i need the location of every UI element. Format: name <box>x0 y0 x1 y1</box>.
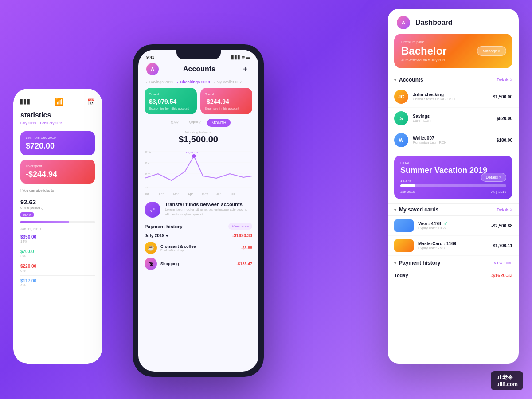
left-card: Left from Dec 2019 $720.00 <box>20 131 95 155</box>
account-sub-1: United States Dollar - USD <box>413 97 455 101</box>
overspent-card: Overspent -$244.94 <box>20 160 95 184</box>
transaction-item-2: 🛍 Shopping -$185.47 <box>145 258 252 270</box>
svg-point-4 <box>192 154 196 158</box>
accounts-section-title: Accounts <box>399 77 423 83</box>
account-sub-2: Euro - EUR <box>413 119 431 123</box>
overspent-label: Overspent <box>26 164 90 168</box>
goal-details-button[interactable]: Details > <box>481 173 506 182</box>
goal-end: Aug 2019 <box>491 190 506 194</box>
left-phone: ▋▋▋ 📶 📅 statistics uary 2019 February 20… <box>13 89 102 364</box>
saved-card-item-1: Visa - 4478 ✓ Expiry date: 10/22 -$2,500… <box>388 216 519 236</box>
svg-text:$2.5k: $2.5k <box>145 151 152 153</box>
svg-text:Jun: Jun <box>216 192 221 196</box>
dashboard-header: A Dashboard <box>388 9 519 34</box>
spent-label: Spent <box>205 92 248 96</box>
account-amount-3: $180.00 <box>497 138 512 143</box>
goal-progress-fill <box>400 184 415 187</box>
tab-wallet[interactable]: • My Wallet 007 <box>214 80 242 84</box>
goal-progress-bar <box>400 184 506 187</box>
prev-month: uary 2019 <box>20 121 36 125</box>
mastercard-visual <box>394 239 414 252</box>
page-title: Accounts <box>183 65 215 73</box>
right-phone: A Dashboard Premium plan: Bachelor Auto-… <box>388 9 519 364</box>
tab-week[interactable]: WEEK <box>185 119 206 127</box>
today-label: Today <box>394 273 408 278</box>
month-row: July 2019 ▾ -$1620.33 <box>145 233 252 238</box>
svg-text:May: May <box>202 192 208 196</box>
premium-label: Premium plan: <box>401 40 505 44</box>
network-icons: ▋▋▋ ≋ ▬ <box>231 55 250 59</box>
txn-amount-2: -$185.47 <box>236 262 252 266</box>
promo-text: ! You can give jobs to <box>20 188 95 193</box>
payment-history-title: Payment history <box>145 224 183 229</box>
accounts-chevron: ▾ <box>394 78 396 82</box>
tab-day[interactable]: DAY <box>166 119 183 127</box>
transaction-item-1: ☕ Croissant & coffee Paul coffee shop -$… <box>145 242 252 254</box>
stats-title: statistics <box>20 111 95 119</box>
stat-row-3: $220.00 6% <box>20 264 95 273</box>
tab-month[interactable]: MONTH <box>207 119 231 127</box>
balance-value: $1,500.00 <box>145 134 252 145</box>
account-item-3: W Wallet 007 Romanian Leu - RCN $180.00 <box>388 129 519 151</box>
spent-value: -$244.94 <box>205 98 248 105</box>
stat-row-2: $70.00 3% <box>20 249 95 258</box>
signal-icon: ▋▋▋ <box>20 99 31 104</box>
view-more-button[interactable]: View more <box>228 223 252 230</box>
accounts-details-button[interactable]: Details > <box>497 78 512 82</box>
txn-icon-food: ☕ <box>145 242 157 254</box>
account-name-1: John checking <box>413 92 455 97</box>
saved-cards-section-header: ▾ My saved cards Details > <box>388 203 519 216</box>
svg-text:Jul: Jul <box>231 192 235 196</box>
payment-hist-header: ▾ Payment history View more <box>388 256 519 270</box>
payment-history-section: Payment history View more July 2019 ▾ -$… <box>138 223 258 270</box>
svg-text:Feb: Feb <box>159 192 164 196</box>
balance-label: Working balance <box>145 130 252 134</box>
add-account-button[interactable]: + <box>240 64 250 74</box>
progress-bar <box>20 221 95 223</box>
visa-card-amount: -$2,500.88 <box>491 223 512 228</box>
account-item-2: S Savings Euro - EUR $820.00 <box>388 108 519 129</box>
dashboard-title: Dashboard <box>415 19 453 27</box>
payment-hist-viewmore-button[interactable]: View more <box>494 261 512 265</box>
stats-months: uary 2019 February 2019 <box>20 121 95 125</box>
user-avatar: A <box>146 63 159 75</box>
left-card-label: Left from Dec 2019 <box>26 136 90 140</box>
calendar-icon: 📅 <box>87 98 95 106</box>
payment-history-header: Payment history View more <box>145 223 252 230</box>
txn-name-2: Shopping <box>160 262 179 266</box>
manage-button[interactable]: Manage > <box>477 46 506 56</box>
center-phone: 9:41 ▋▋▋ ≋ ▬ A Accounts + • Savings 2019… <box>133 44 264 377</box>
premium-renewal: Auto-renewal on 5 July 2020 <box>401 58 505 62</box>
line-chart: -$1,900.35 Jan Feb Mar Apr May Jun Jul $… <box>145 147 252 196</box>
spent-card: Spent -$244.94 Expenses in this account <box>200 88 253 114</box>
chart-section: DAY WEEK MONTH Working balance $1,500.00 <box>138 119 258 196</box>
saved-card-item-2: MasterCard - 1169 Expiry date: 7/23 $1,7… <box>388 236 519 256</box>
phone-notch <box>176 50 221 59</box>
visa-card-visual <box>394 219 414 232</box>
mastercard-amount: $1,700.11 <box>493 243 513 248</box>
wifi-icon: 📶 <box>55 98 64 106</box>
account-sub-3: Romanian Leu - RCN <box>413 141 446 145</box>
account-item-1: JC John checking United States Dollar - … <box>388 86 519 108</box>
svg-text:-$1,900.35: -$1,900.35 <box>185 151 199 154</box>
account-avatar-w: W <box>394 133 408 147</box>
visa-card-sub: Expiry date: 10/22 <box>418 226 447 230</box>
txn-name-1: Croissant & coffee <box>160 244 196 249</box>
saved-cards-details-button[interactable]: Details > <box>497 207 512 212</box>
time-tabs: DAY WEEK MONTH <box>145 119 252 127</box>
tab-savings[interactable]: • Savings 2019 <box>146 80 173 84</box>
goal-card: GOAL Summer Vacation 2019 14.3 % Jan 201… <box>394 156 512 199</box>
watermark: ui 老令 uil8.com <box>491 371 523 390</box>
tab-checkings[interactable]: • Checkings 2019 <box>177 80 210 84</box>
accounts-section-header: ▾ Accounts Details > <box>388 74 519 86</box>
txn-icon-shopping: 🛍 <box>145 258 157 270</box>
month-amount: -$1620.33 <box>232 233 252 238</box>
account-name-3: Wallet 007 <box>413 136 446 141</box>
transfer-title: Transfer funds between accounts <box>165 202 252 207</box>
account-avatar-jc: JC <box>394 90 408 104</box>
time-display: 9:41 <box>146 55 154 59</box>
saved-label: Saved <box>149 92 192 96</box>
stat-row-4: $117.00 4% <box>20 278 95 287</box>
svg-text:Jan: Jan <box>145 192 149 196</box>
spent-sub: Expenses in this account <box>205 107 248 110</box>
